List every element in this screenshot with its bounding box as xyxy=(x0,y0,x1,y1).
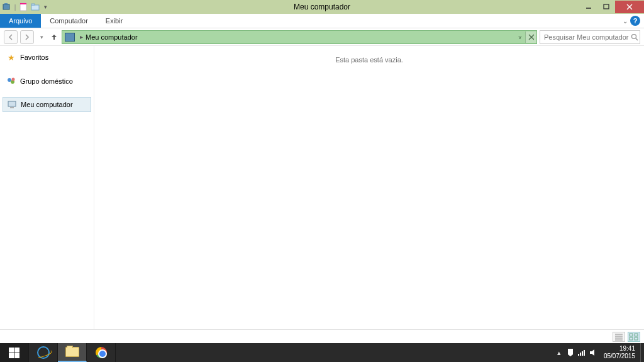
search-icon[interactable] xyxy=(631,33,638,41)
taskbar: ▴ 19:41 05/07/2015 xyxy=(0,343,644,362)
window-title: Meu computador xyxy=(0,3,644,11)
svg-rect-7 xyxy=(604,4,609,9)
new-folder-icon[interactable] xyxy=(30,1,41,13)
svg-rect-17 xyxy=(8,101,16,106)
internet-explorer-icon xyxy=(37,346,50,359)
start-button[interactable] xyxy=(0,343,29,362)
forward-button[interactable] xyxy=(20,30,34,44)
search-box[interactable] xyxy=(540,30,640,44)
homegroup-icon xyxy=(6,76,16,86)
recent-dropdown-icon[interactable]: ▾ xyxy=(36,30,47,44)
help-icon[interactable]: ? xyxy=(630,16,640,26)
computer-icon xyxy=(7,99,17,110)
content-pane: Esta pasta está vazia. xyxy=(94,46,644,329)
tray-overflow-icon[interactable]: ▴ xyxy=(553,349,565,357)
refresh-button[interactable] xyxy=(525,31,536,43)
taskbar-app-chrome[interactable] xyxy=(87,343,116,362)
chrome-icon xyxy=(96,347,107,358)
svg-rect-0 xyxy=(3,4,9,9)
breadcrumb-separator-icon: ▸ xyxy=(80,33,83,40)
ribbon-expand-icon[interactable]: ⌄ xyxy=(623,18,628,25)
network-icon[interactable] xyxy=(576,349,587,356)
clock-time: 19:41 xyxy=(604,345,635,353)
svg-rect-30 xyxy=(584,350,585,356)
title-bar: | ▾ Meu computador xyxy=(0,0,644,14)
computer-icon xyxy=(65,33,75,42)
ribbon-tabs: Arquivo Computador Exibir ⌄ ? xyxy=(0,14,644,28)
sidebar-item-label: Meu computador xyxy=(21,101,73,108)
svg-rect-3 xyxy=(20,3,26,4)
sidebar-item-label: Favoritos xyxy=(20,54,48,61)
taskbar-app-ie[interactable] xyxy=(29,343,58,362)
svg-rect-24 xyxy=(635,334,638,336)
status-bar xyxy=(0,329,644,343)
address-bar[interactable]: ▸ Meu computador v xyxy=(62,30,537,44)
sidebar-item-favorites[interactable]: ★ Favoritos xyxy=(0,50,94,65)
back-button[interactable] xyxy=(4,30,18,44)
system-tray: ▴ 19:41 05/07/2015 xyxy=(553,343,644,362)
tab-file[interactable]: Arquivo xyxy=(0,14,41,28)
clock-date: 05/07/2015 xyxy=(604,353,635,360)
star-icon: ★ xyxy=(6,52,16,62)
thumbnails-view-button[interactable] xyxy=(628,332,640,342)
svg-rect-25 xyxy=(630,337,633,340)
maximize-button[interactable] xyxy=(597,1,615,13)
svg-rect-27 xyxy=(578,354,579,356)
svg-rect-5 xyxy=(31,4,35,5)
show-desktop-button[interactable] xyxy=(640,343,644,362)
svg-rect-1 xyxy=(4,3,8,4)
system-menu-icon[interactable] xyxy=(1,1,13,13)
sidebar-item-homegroup[interactable]: Grupo doméstico xyxy=(0,74,94,89)
close-button[interactable] xyxy=(615,1,644,13)
clock[interactable]: 19:41 05/07/2015 xyxy=(599,345,640,360)
taskbar-app-explorer[interactable] xyxy=(58,343,87,362)
windows-icon xyxy=(9,348,19,358)
divider: | xyxy=(13,1,17,13)
minimize-button[interactable] xyxy=(580,1,597,13)
up-button[interactable] xyxy=(49,30,59,44)
address-dropdown-icon[interactable]: v xyxy=(519,34,522,40)
svg-rect-4 xyxy=(31,5,39,10)
svg-point-14 xyxy=(8,78,11,82)
svg-rect-18 xyxy=(10,107,14,108)
svg-rect-26 xyxy=(635,337,638,340)
file-explorer-icon xyxy=(65,347,79,357)
breadcrumb-item[interactable]: Meu computador xyxy=(86,33,138,41)
volume-icon[interactable] xyxy=(587,349,599,356)
tab-view[interactable]: Exibir xyxy=(97,14,132,28)
svg-rect-29 xyxy=(582,351,583,356)
svg-rect-23 xyxy=(630,334,633,336)
action-center-icon[interactable] xyxy=(565,348,576,357)
svg-point-12 xyxy=(632,34,636,38)
tab-computer[interactable]: Computador xyxy=(41,14,97,28)
search-input[interactable] xyxy=(544,33,631,41)
sidebar-item-computer[interactable]: Meu computador xyxy=(3,97,91,112)
quick-access-toolbar: | ▾ xyxy=(0,1,49,13)
properties-icon[interactable] xyxy=(18,1,29,13)
qat-dropdown-icon[interactable]: ▾ xyxy=(42,1,49,13)
navigation-bar: ▾ ▸ Meu computador v xyxy=(0,28,644,46)
svg-point-16 xyxy=(12,78,15,81)
empty-folder-message: Esta pasta está vazia. xyxy=(335,56,403,329)
svg-rect-28 xyxy=(580,353,581,356)
svg-line-13 xyxy=(636,38,638,40)
details-view-button[interactable] xyxy=(613,332,625,342)
explorer-body: ★ Favoritos Grupo doméstico Meu computad… xyxy=(0,46,644,329)
window-buttons xyxy=(580,1,644,13)
sidebar-item-label: Grupo doméstico xyxy=(20,77,73,85)
navigation-pane: ★ Favoritos Grupo doméstico Meu computad… xyxy=(0,46,94,329)
